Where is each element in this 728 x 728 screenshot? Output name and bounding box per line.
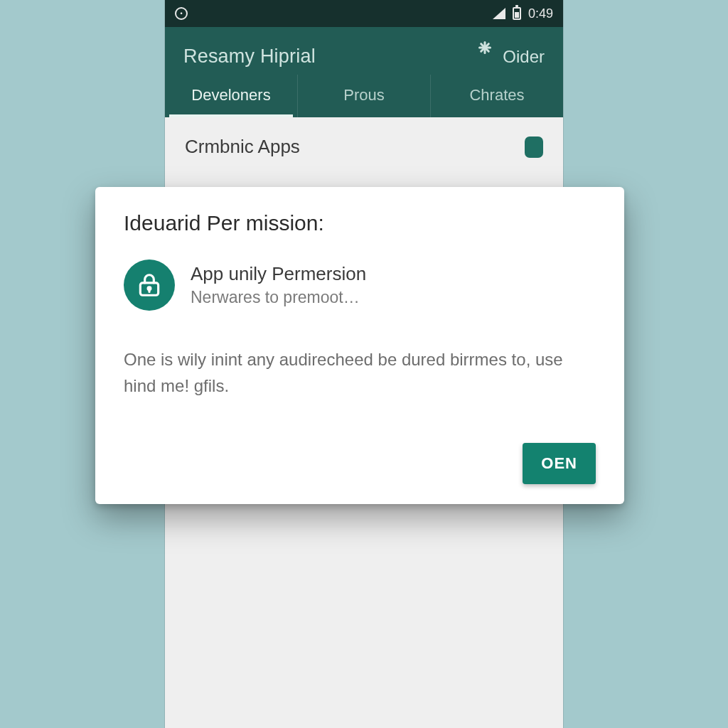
section-toggle[interactable] (525, 136, 543, 158)
appbar-action-label: Oider (503, 47, 545, 67)
tab-label: Develoners (191, 86, 270, 104)
tab-label: Chrates (469, 86, 524, 104)
appbar-action[interactable]: Oider (476, 47, 545, 67)
tab-bar: Develoners Prous Chrates (165, 75, 563, 117)
tab-label: Prous (343, 86, 384, 104)
loading-icon (476, 48, 494, 66)
dialog-title: Ideuarid Per mission: (124, 211, 596, 235)
permission-name: App unily Permersion (191, 263, 366, 285)
signal-icon (493, 8, 505, 19)
dialog-actions: OEN (124, 443, 596, 484)
permission-dialog: Ideuarid Per mission: App unily Permersi… (95, 187, 624, 504)
app-bar: Resamy Hiprial Oider (165, 27, 563, 75)
dialog-body: One is wily inint any audirecheed be dur… (124, 346, 596, 399)
permission-subtitle: Nerwares to premoot… (191, 288, 366, 307)
section-title: Crmbnic Apps (185, 136, 300, 158)
tab-prous[interactable]: Prous (298, 75, 431, 117)
tab-developers[interactable]: Develoners (165, 75, 298, 117)
tab-chrates[interactable]: Chrates (431, 75, 563, 117)
battery-icon (513, 7, 521, 20)
clock: 0:49 (528, 6, 553, 21)
app-title: Resamy Hiprial (183, 46, 316, 68)
lock-icon (124, 259, 175, 311)
section-header: Crmbnic Apps (165, 117, 563, 168)
notification-icon: • (175, 7, 188, 20)
confirm-button[interactable]: OEN (523, 443, 596, 484)
status-bar: • 0:49 (165, 0, 563, 27)
permission-row: App unily Permersion Nerwares to premoot… (124, 259, 596, 311)
